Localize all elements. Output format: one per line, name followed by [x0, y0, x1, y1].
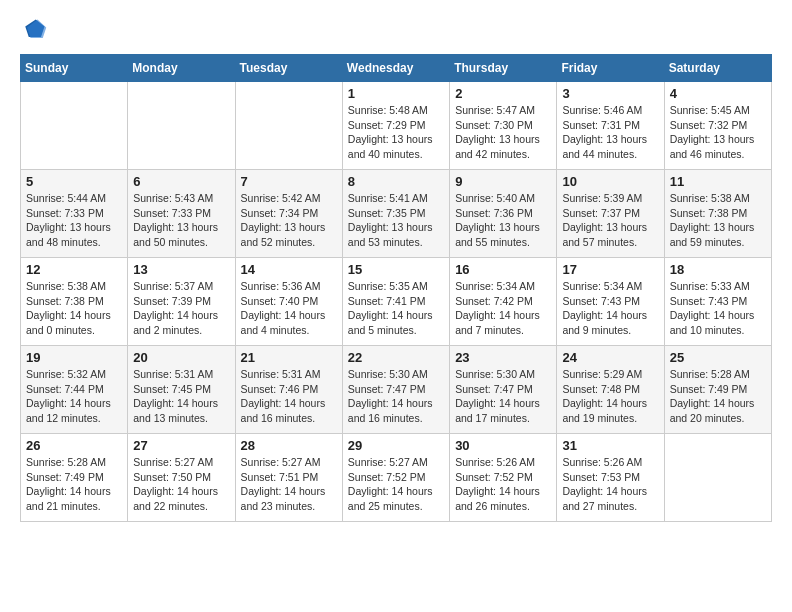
- day-number: 12: [26, 262, 122, 277]
- calendar-cell: 15Sunrise: 5:35 AM Sunset: 7:41 PM Dayli…: [342, 258, 449, 346]
- day-number: 4: [670, 86, 766, 101]
- calendar-cell: 29Sunrise: 5:27 AM Sunset: 7:52 PM Dayli…: [342, 434, 449, 522]
- day-number: 2: [455, 86, 551, 101]
- day-number: 26: [26, 438, 122, 453]
- day-info: Sunrise: 5:36 AM Sunset: 7:40 PM Dayligh…: [241, 279, 337, 338]
- day-number: 31: [562, 438, 658, 453]
- day-info: Sunrise: 5:27 AM Sunset: 7:50 PM Dayligh…: [133, 455, 229, 514]
- day-info: Sunrise: 5:41 AM Sunset: 7:35 PM Dayligh…: [348, 191, 444, 250]
- day-info: Sunrise: 5:28 AM Sunset: 7:49 PM Dayligh…: [670, 367, 766, 426]
- calendar-cell: [664, 434, 771, 522]
- calendar-cell: 28Sunrise: 5:27 AM Sunset: 7:51 PM Dayli…: [235, 434, 342, 522]
- day-info: Sunrise: 5:33 AM Sunset: 7:43 PM Dayligh…: [670, 279, 766, 338]
- page-header: [20, 16, 772, 44]
- calendar-cell: 26Sunrise: 5:28 AM Sunset: 7:49 PM Dayli…: [21, 434, 128, 522]
- day-number: 11: [670, 174, 766, 189]
- day-number: 5: [26, 174, 122, 189]
- day-info: Sunrise: 5:42 AM Sunset: 7:34 PM Dayligh…: [241, 191, 337, 250]
- day-number: 6: [133, 174, 229, 189]
- calendar-cell: 10Sunrise: 5:39 AM Sunset: 7:37 PM Dayli…: [557, 170, 664, 258]
- calendar-cell: 23Sunrise: 5:30 AM Sunset: 7:47 PM Dayli…: [450, 346, 557, 434]
- calendar-header-row: SundayMondayTuesdayWednesdayThursdayFrid…: [21, 55, 772, 82]
- day-info: Sunrise: 5:48 AM Sunset: 7:29 PM Dayligh…: [348, 103, 444, 162]
- calendar-table: SundayMondayTuesdayWednesdayThursdayFrid…: [20, 54, 772, 522]
- day-info: Sunrise: 5:38 AM Sunset: 7:38 PM Dayligh…: [670, 191, 766, 250]
- day-number: 28: [241, 438, 337, 453]
- day-info: Sunrise: 5:30 AM Sunset: 7:47 PM Dayligh…: [455, 367, 551, 426]
- day-number: 16: [455, 262, 551, 277]
- day-number: 29: [348, 438, 444, 453]
- day-number: 10: [562, 174, 658, 189]
- day-header-sunday: Sunday: [21, 55, 128, 82]
- calendar-cell: 22Sunrise: 5:30 AM Sunset: 7:47 PM Dayli…: [342, 346, 449, 434]
- day-info: Sunrise: 5:40 AM Sunset: 7:36 PM Dayligh…: [455, 191, 551, 250]
- calendar-cell: 17Sunrise: 5:34 AM Sunset: 7:43 PM Dayli…: [557, 258, 664, 346]
- day-info: Sunrise: 5:39 AM Sunset: 7:37 PM Dayligh…: [562, 191, 658, 250]
- calendar-cell: 5Sunrise: 5:44 AM Sunset: 7:33 PM Daylig…: [21, 170, 128, 258]
- day-number: 1: [348, 86, 444, 101]
- day-header-tuesday: Tuesday: [235, 55, 342, 82]
- calendar-cell: [21, 82, 128, 170]
- calendar-week-row: 12Sunrise: 5:38 AM Sunset: 7:38 PM Dayli…: [21, 258, 772, 346]
- day-info: Sunrise: 5:26 AM Sunset: 7:53 PM Dayligh…: [562, 455, 658, 514]
- day-number: 8: [348, 174, 444, 189]
- day-info: Sunrise: 5:43 AM Sunset: 7:33 PM Dayligh…: [133, 191, 229, 250]
- day-info: Sunrise: 5:31 AM Sunset: 7:45 PM Dayligh…: [133, 367, 229, 426]
- day-info: Sunrise: 5:28 AM Sunset: 7:49 PM Dayligh…: [26, 455, 122, 514]
- day-number: 20: [133, 350, 229, 365]
- calendar-cell: 3Sunrise: 5:46 AM Sunset: 7:31 PM Daylig…: [557, 82, 664, 170]
- day-info: Sunrise: 5:27 AM Sunset: 7:52 PM Dayligh…: [348, 455, 444, 514]
- day-number: 25: [670, 350, 766, 365]
- calendar-cell: 13Sunrise: 5:37 AM Sunset: 7:39 PM Dayli…: [128, 258, 235, 346]
- calendar-cell: 9Sunrise: 5:40 AM Sunset: 7:36 PM Daylig…: [450, 170, 557, 258]
- calendar-cell: 20Sunrise: 5:31 AM Sunset: 7:45 PM Dayli…: [128, 346, 235, 434]
- calendar-cell: 25Sunrise: 5:28 AM Sunset: 7:49 PM Dayli…: [664, 346, 771, 434]
- day-info: Sunrise: 5:34 AM Sunset: 7:43 PM Dayligh…: [562, 279, 658, 338]
- day-info: Sunrise: 5:35 AM Sunset: 7:41 PM Dayligh…: [348, 279, 444, 338]
- day-number: 15: [348, 262, 444, 277]
- calendar-cell: 6Sunrise: 5:43 AM Sunset: 7:33 PM Daylig…: [128, 170, 235, 258]
- calendar-cell: [235, 82, 342, 170]
- day-info: Sunrise: 5:29 AM Sunset: 7:48 PM Dayligh…: [562, 367, 658, 426]
- day-header-friday: Friday: [557, 55, 664, 82]
- day-info: Sunrise: 5:30 AM Sunset: 7:47 PM Dayligh…: [348, 367, 444, 426]
- day-header-wednesday: Wednesday: [342, 55, 449, 82]
- day-number: 17: [562, 262, 658, 277]
- day-info: Sunrise: 5:38 AM Sunset: 7:38 PM Dayligh…: [26, 279, 122, 338]
- calendar-cell: 27Sunrise: 5:27 AM Sunset: 7:50 PM Dayli…: [128, 434, 235, 522]
- calendar-week-row: 1Sunrise: 5:48 AM Sunset: 7:29 PM Daylig…: [21, 82, 772, 170]
- calendar-cell: [128, 82, 235, 170]
- calendar-cell: 19Sunrise: 5:32 AM Sunset: 7:44 PM Dayli…: [21, 346, 128, 434]
- calendar-cell: 2Sunrise: 5:47 AM Sunset: 7:30 PM Daylig…: [450, 82, 557, 170]
- calendar-cell: 16Sunrise: 5:34 AM Sunset: 7:42 PM Dayli…: [450, 258, 557, 346]
- day-info: Sunrise: 5:31 AM Sunset: 7:46 PM Dayligh…: [241, 367, 337, 426]
- day-info: Sunrise: 5:44 AM Sunset: 7:33 PM Dayligh…: [26, 191, 122, 250]
- calendar-cell: 21Sunrise: 5:31 AM Sunset: 7:46 PM Dayli…: [235, 346, 342, 434]
- day-number: 14: [241, 262, 337, 277]
- calendar-cell: 11Sunrise: 5:38 AM Sunset: 7:38 PM Dayli…: [664, 170, 771, 258]
- day-info: Sunrise: 5:27 AM Sunset: 7:51 PM Dayligh…: [241, 455, 337, 514]
- day-number: 27: [133, 438, 229, 453]
- calendar-cell: 12Sunrise: 5:38 AM Sunset: 7:38 PM Dayli…: [21, 258, 128, 346]
- logo: [20, 16, 52, 44]
- logo-icon: [20, 16, 48, 44]
- calendar-cell: 1Sunrise: 5:48 AM Sunset: 7:29 PM Daylig…: [342, 82, 449, 170]
- calendar-cell: 4Sunrise: 5:45 AM Sunset: 7:32 PM Daylig…: [664, 82, 771, 170]
- day-info: Sunrise: 5:37 AM Sunset: 7:39 PM Dayligh…: [133, 279, 229, 338]
- calendar-cell: 31Sunrise: 5:26 AM Sunset: 7:53 PM Dayli…: [557, 434, 664, 522]
- day-info: Sunrise: 5:46 AM Sunset: 7:31 PM Dayligh…: [562, 103, 658, 162]
- day-number: 23: [455, 350, 551, 365]
- day-header-saturday: Saturday: [664, 55, 771, 82]
- calendar-cell: 30Sunrise: 5:26 AM Sunset: 7:52 PM Dayli…: [450, 434, 557, 522]
- calendar-cell: 18Sunrise: 5:33 AM Sunset: 7:43 PM Dayli…: [664, 258, 771, 346]
- calendar-cell: 14Sunrise: 5:36 AM Sunset: 7:40 PM Dayli…: [235, 258, 342, 346]
- day-info: Sunrise: 5:34 AM Sunset: 7:42 PM Dayligh…: [455, 279, 551, 338]
- day-number: 30: [455, 438, 551, 453]
- day-info: Sunrise: 5:45 AM Sunset: 7:32 PM Dayligh…: [670, 103, 766, 162]
- day-info: Sunrise: 5:32 AM Sunset: 7:44 PM Dayligh…: [26, 367, 122, 426]
- day-number: 24: [562, 350, 658, 365]
- calendar-cell: 7Sunrise: 5:42 AM Sunset: 7:34 PM Daylig…: [235, 170, 342, 258]
- calendar-cell: 8Sunrise: 5:41 AM Sunset: 7:35 PM Daylig…: [342, 170, 449, 258]
- calendar-cell: 24Sunrise: 5:29 AM Sunset: 7:48 PM Dayli…: [557, 346, 664, 434]
- day-number: 13: [133, 262, 229, 277]
